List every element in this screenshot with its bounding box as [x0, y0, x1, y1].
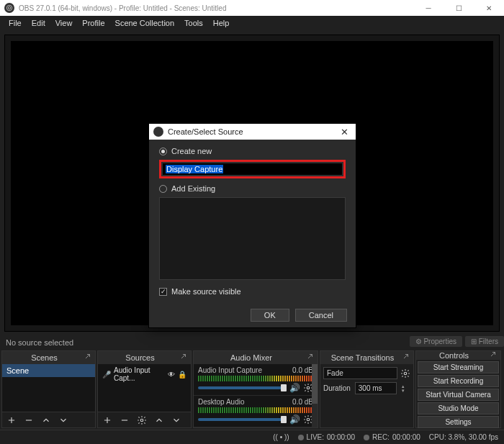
live-label: LIVE: [307, 433, 324, 441]
svg-point-3 [307, 386, 310, 389]
svg-point-1 [8, 6, 10, 9]
volume-slider[interactable] [198, 418, 287, 421]
source-item[interactable]: 🎤 Audio Input Capt... 👁 🔒 [98, 364, 191, 384]
source-settings-button[interactable] [137, 415, 147, 425]
settings-button[interactable]: Settings [418, 416, 499, 428]
rec-label: REC: [372, 433, 390, 441]
lock-toggle[interactable]: 🔒 [178, 371, 186, 379]
undock-icon[interactable] [82, 353, 91, 362]
statusbar: (( • )) LIVE: 00:00:00 REC: 00:00:00 CPU… [0, 430, 504, 444]
create-new-label: Create new [171, 147, 212, 155]
start-streaming-button[interactable]: Start Streaming [418, 361, 499, 373]
duration-label: Duration [323, 384, 351, 392]
controls-title: Controls [420, 351, 487, 360]
microphone-icon: 🎤 [102, 371, 111, 379]
highlight-annotation: Display Capture [159, 160, 346, 178]
ok-button[interactable]: OK [251, 309, 289, 322]
visibility-toggle[interactable]: 👁 [168, 371, 175, 379]
studio-mode-button[interactable]: Studio Mode [418, 402, 499, 414]
speaker-icon[interactable]: 🔊 [289, 414, 300, 425]
svg-point-5 [404, 372, 407, 375]
source-down-button[interactable] [171, 415, 181, 425]
menu-scene-collection[interactable]: Scene Collection [111, 17, 179, 29]
level-meter [198, 376, 313, 381]
rec-time: 00:00:00 [392, 433, 420, 441]
scenes-title: Scenes [6, 353, 82, 362]
sources-title: Sources [102, 353, 178, 362]
make-visible-label: Make source visible [171, 287, 241, 296]
mixer-title: Audio Mixer [198, 353, 305, 362]
maximize-button[interactable]: ☐ [444, 0, 474, 16]
minimize-button[interactable]: ─ [413, 0, 444, 16]
app-icon [4, 3, 14, 13]
undock-icon[interactable] [487, 351, 496, 360]
start-virtual-camera-button[interactable]: Start Virtual Camera [418, 389, 499, 401]
source-up-button[interactable] [154, 415, 164, 425]
add-existing-label: Add Existing [171, 184, 215, 193]
mixer-channel: Desktop Audio0.0 dB 🔊 [194, 396, 318, 427]
source-label: Audio Input Capt... [114, 366, 165, 382]
undock-icon[interactable] [400, 353, 409, 362]
transition-settings-button[interactable] [400, 368, 410, 379]
scene-down-button[interactable] [58, 415, 68, 425]
svg-point-4 [307, 418, 310, 421]
dialog-close-button[interactable]: ✕ [337, 127, 351, 137]
channel-db: 0.0 dB [292, 366, 313, 374]
properties-button[interactable]: ⚙ Properties [410, 336, 462, 347]
undock-icon[interactable] [178, 353, 186, 362]
window-title: OBS 27.0.1 (64-bit, windows) - Profile: … [19, 4, 226, 12]
cpu-stats: CPU: 3.8%, 30.00 fps [429, 433, 498, 441]
menubar: File Edit View Profile Scene Collection … [0, 16, 504, 30]
level-meter [198, 407, 313, 413]
cancel-button[interactable]: Cancel [295, 309, 347, 322]
menu-edit[interactable]: Edit [27, 17, 50, 29]
close-button[interactable]: ✕ [474, 0, 504, 16]
live-time: 00:00:00 [327, 433, 355, 441]
create-select-source-dialog: Create/Select Source ✕ Create new Displa… [148, 123, 356, 328]
no-source-label: No source selected [6, 338, 73, 347]
existing-sources-list[interactable] [159, 197, 346, 280]
transitions-title: Scene Transitions [325, 353, 400, 362]
broadcast-icon: (( • )) [273, 433, 289, 441]
dialog-title: Create/Select Source [168, 127, 243, 136]
start-recording-button[interactable]: Start Recording [418, 375, 499, 387]
scrollbar[interactable] [312, 364, 318, 427]
make-visible-checkbox[interactable]: ✓ [159, 288, 167, 296]
menu-view[interactable]: View [51, 17, 77, 29]
speaker-icon[interactable]: 🔊 [289, 383, 300, 393]
add-scene-button[interactable] [6, 415, 17, 425]
scene-item[interactable]: Scene [2, 364, 95, 377]
add-source-button[interactable] [102, 415, 112, 425]
channel-name: Audio Input Capture [198, 366, 262, 374]
transition-select[interactable]: Fade [323, 367, 397, 379]
volume-slider[interactable] [198, 386, 287, 389]
source-toolbar: No source selected ⚙ Properties ⊞ Filter… [0, 336, 504, 350]
mixer-channel: Audio Input Capture0.0 dB 🔊 [194, 364, 318, 396]
channel-name: Desktop Audio [198, 398, 245, 406]
svg-point-2 [140, 419, 143, 422]
dialog-icon [153, 127, 163, 137]
spin-down[interactable]: ▼ [401, 389, 405, 393]
duration-input[interactable]: 300 ms [355, 382, 397, 394]
window-titlebar: OBS 27.0.1 (64-bit, windows) - Profile: … [0, 0, 504, 16]
scene-up-button[interactable] [41, 415, 51, 425]
create-new-radio[interactable] [159, 148, 167, 155]
svg-point-0 [6, 5, 12, 11]
undock-icon[interactable] [305, 353, 313, 362]
add-existing-radio[interactable] [159, 185, 167, 193]
menu-file[interactable]: File [4, 17, 26, 29]
remove-source-button[interactable] [120, 415, 130, 425]
menu-profile[interactable]: Profile [78, 17, 109, 29]
source-name-input[interactable]: Display Capture [162, 163, 343, 176]
remove-scene-button[interactable] [24, 415, 34, 425]
menu-help[interactable]: Help [209, 17, 234, 29]
filters-button[interactable]: ⊞ Filters [465, 336, 504, 347]
channel-db: 0.0 dB [292, 398, 313, 406]
menu-tools[interactable]: Tools [180, 17, 207, 29]
